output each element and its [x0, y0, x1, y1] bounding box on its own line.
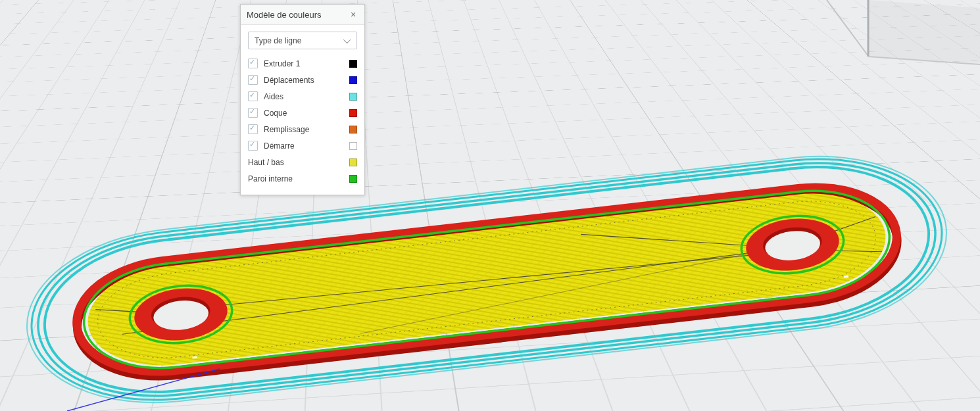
sliced-model [18, 141, 956, 411]
legend-row-starts: Démarre [248, 137, 357, 154]
legend-label: Extruder 1 [264, 59, 349, 68]
color-swatch [349, 158, 357, 166]
panel-body: Type de ligne Extruder 1 Déplacements Ai… [241, 25, 364, 195]
legend-label: Paroi interne [248, 174, 349, 183]
checkbox-starts[interactable] [248, 141, 258, 151]
checkbox-helpers[interactable] [248, 91, 258, 101]
checkbox-infill[interactable] [248, 124, 258, 134]
checkbox-extruder1[interactable] [248, 59, 258, 68]
build-volume-edges [827, 0, 980, 64]
legend-label: Remplissage [264, 125, 349, 134]
build-volume-back-edge [827, 0, 868, 56]
color-swatch [349, 60, 357, 68]
legend-label: Déplacements [264, 76, 349, 85]
build-volume-wall [868, 0, 980, 63]
panel-title: Modèle de couleurs [247, 10, 321, 20]
legend-row-shell: Coque [248, 105, 357, 121]
panel-header[interactable]: Modèle de couleurs × [241, 5, 364, 25]
line-type-dropdown[interactable]: Type de ligne [248, 32, 357, 49]
color-swatch [349, 93, 357, 101]
legend-label: Haut / bas [248, 158, 349, 167]
legend-row-helpers: Aides [248, 88, 357, 105]
legend-label: Démarre [264, 141, 349, 151]
color-scheme-panel: Modèle de couleurs × Type de ligne Extru… [240, 4, 365, 195]
top-surface-overlay [82, 185, 891, 374]
color-swatch [349, 142, 357, 150]
close-icon[interactable]: × [348, 9, 358, 20]
dropdown-value: Type de ligne [255, 36, 301, 45]
checkbox-travels[interactable] [248, 75, 258, 85]
color-swatch [349, 126, 357, 133]
legend-label: Coque [264, 109, 349, 118]
legend-row-innerwall: Paroi interne [248, 170, 357, 187]
application-window: Modèle de couleurs × Type de ligne Extru… [0, 0, 980, 411]
legend-row-infill: Remplissage [248, 121, 357, 137]
color-swatch [349, 76, 357, 84]
chevron-down-icon [343, 36, 351, 43]
legend-row-extruder1: Extruder 1 [248, 55, 357, 72]
legend-label: Aides [264, 92, 349, 101]
legend-row-topbottom: Haut / bas [248, 154, 357, 170]
legend-row-travels: Déplacements [248, 72, 357, 88]
color-swatch [349, 175, 357, 183]
checkbox-shell[interactable] [248, 108, 258, 118]
print-preview-canvas[interactable] [0, 0, 980, 411]
color-swatch [349, 109, 357, 117]
